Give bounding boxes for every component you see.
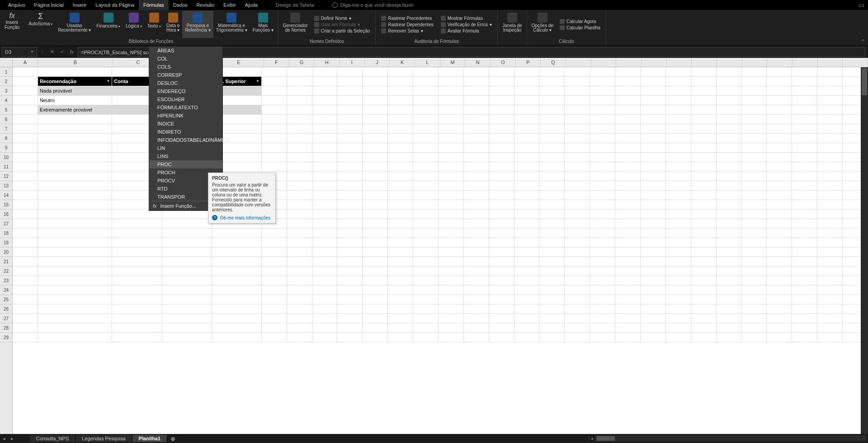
func-menu-item-proc[interactable]: PROC (149, 160, 222, 168)
cell-Q18[interactable] (539, 228, 565, 238)
cell-O27[interactable] (489, 314, 514, 323)
cell-extra[interactable] (615, 181, 641, 191)
cell-extra[interactable] (767, 228, 792, 238)
cell-extra[interactable] (817, 105, 843, 115)
cell-extra[interactable] (767, 304, 792, 314)
cell-extra[interactable] (817, 67, 843, 77)
name-manager-button[interactable]: Gerenciadorde Nomes (280, 11, 311, 38)
cell-G22[interactable] (287, 266, 312, 276)
cell-extra[interactable] (615, 172, 641, 181)
cell-I24[interactable] (337, 285, 363, 295)
column-header-Q[interactable]: Q (541, 58, 566, 67)
cell-extra[interactable] (565, 314, 590, 323)
cell-E23[interactable] (212, 276, 262, 285)
scrollbar-thumb[interactable] (862, 68, 867, 95)
cell-F27[interactable] (262, 314, 287, 323)
cell-extra[interactable] (767, 143, 792, 153)
func-menu-item-lins[interactable]: LINS (149, 152, 222, 160)
create-from-selection-button[interactable]: Criar a partir da Seleção (313, 28, 371, 34)
cell-N2[interactable] (464, 77, 489, 86)
cell-extra[interactable] (741, 257, 767, 266)
cell-extra[interactable] (767, 134, 792, 143)
column-header-extra[interactable] (793, 58, 818, 67)
cell-extra[interactable] (565, 323, 590, 333)
cell-O14[interactable] (489, 191, 514, 200)
cell-Q23[interactable] (539, 276, 565, 285)
cell-B7[interactable] (38, 124, 112, 134)
cell-extra[interactable] (741, 134, 767, 143)
cell-I28[interactable] (337, 323, 363, 333)
date-time-button[interactable]: Data eHora ▾ (164, 11, 182, 38)
cell-L3[interactable] (413, 86, 439, 96)
cell-L17[interactable] (413, 219, 439, 228)
cell-A14[interactable] (13, 191, 38, 200)
cell-J13[interactable] (363, 181, 388, 191)
hscroll-thumb[interactable] (597, 436, 615, 441)
sheet-tab-planilha1[interactable]: Planilha1 (132, 435, 167, 442)
cell-extra[interactable] (817, 210, 843, 219)
cell-B23[interactable] (38, 276, 112, 285)
cell-extra[interactable] (741, 67, 767, 77)
cell-D25[interactable] (162, 295, 212, 304)
hscroll-right[interactable]: ▸ (866, 435, 868, 442)
cell-C24[interactable] (112, 285, 162, 295)
cell-extra[interactable] (792, 77, 817, 86)
cell-extra[interactable] (817, 134, 843, 143)
cell-extra[interactable] (666, 266, 691, 276)
cell-A24[interactable] (13, 285, 38, 295)
cell-L26[interactable] (413, 304, 439, 314)
cell-extra[interactable] (741, 77, 767, 86)
cell-G23[interactable] (287, 276, 312, 285)
cell-F4[interactable] (262, 96, 287, 105)
cell-K15[interactable] (388, 200, 413, 210)
cell-P25[interactable] (514, 295, 540, 304)
define-name-button[interactable]: Definir Nome ▾ (313, 15, 371, 21)
cell-I2[interactable] (337, 77, 363, 86)
cell-extra[interactable] (817, 162, 843, 172)
cell-I29[interactable] (337, 333, 363, 342)
cell-M11[interactable] (439, 162, 464, 172)
row-header-26[interactable]: 26 (0, 304, 12, 314)
cell-extra[interactable] (717, 285, 742, 295)
cell-extra[interactable] (641, 67, 666, 77)
cell-extra[interactable] (590, 333, 615, 342)
cell-extra[interactable] (717, 153, 742, 162)
row-header-20[interactable]: 20 (0, 247, 12, 257)
cell-C26[interactable] (112, 304, 162, 314)
cell-extra[interactable] (717, 238, 742, 247)
cell-O25[interactable] (489, 295, 514, 304)
cell-M17[interactable] (439, 219, 464, 228)
cell-B1[interactable] (38, 67, 112, 77)
cell-extra[interactable] (741, 200, 767, 210)
cell-A4[interactable] (13, 96, 38, 105)
cell-extra[interactable] (666, 304, 691, 314)
cell-extra[interactable] (691, 77, 717, 86)
cell-H21[interactable] (312, 257, 338, 266)
cell-B26[interactable] (38, 304, 112, 314)
cell-extra[interactable] (666, 67, 691, 77)
cell-extra[interactable] (691, 143, 717, 153)
cell-N22[interactable] (464, 266, 489, 276)
cell-extra[interactable] (590, 228, 615, 238)
func-menu-item-escolher[interactable]: ESCOLHER (149, 95, 222, 103)
cell-H22[interactable] (312, 266, 338, 276)
cell-extra[interactable] (641, 314, 666, 323)
cell-H3[interactable] (312, 86, 338, 96)
row-header-28[interactable]: 28 (0, 323, 12, 333)
cell-D29[interactable] (162, 333, 212, 342)
cell-N25[interactable] (464, 295, 489, 304)
cell-extra[interactable] (792, 172, 817, 181)
cell-extra[interactable] (666, 115, 691, 124)
cell-G28[interactable] (287, 323, 312, 333)
cell-M7[interactable] (439, 124, 464, 134)
calc-options-button[interactable]: Opções deCálculo ▾ (529, 11, 556, 38)
cell-extra[interactable] (691, 228, 717, 238)
cell-extra[interactable] (641, 105, 666, 115)
func-menu-item-endereço[interactable]: ENDEREÇO (149, 87, 222, 95)
cell-extra[interactable] (717, 266, 742, 276)
cell-extra[interactable] (641, 153, 666, 162)
cell-O10[interactable] (489, 153, 514, 162)
cell-extra[interactable] (641, 134, 666, 143)
cell-extra[interactable] (666, 285, 691, 295)
cell-H28[interactable] (312, 323, 338, 333)
